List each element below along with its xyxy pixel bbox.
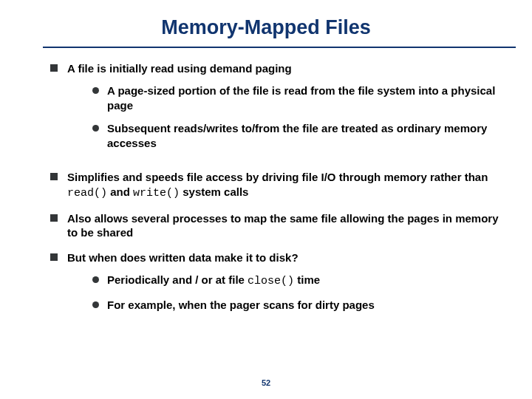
bullet-text: Periodically and / or at file close() ti… xyxy=(107,273,510,289)
text: system calls xyxy=(180,185,248,198)
circle-bullet-icon xyxy=(92,125,99,132)
page-number: 52 xyxy=(0,378,532,387)
bullet-text: Simplifies and speeds file access by dri… xyxy=(67,170,510,201)
bullet-text: Subsequent reads/writes to/from the file… xyxy=(107,121,510,151)
text: A file is initially read using demand pa… xyxy=(67,62,292,75)
bullet-level2: Subsequent reads/writes to/from the file… xyxy=(92,121,510,151)
text: But when does written data make it to di… xyxy=(67,251,299,264)
bullet-text: A page-sized portion of the file is read… xyxy=(107,83,510,113)
bullet-level1: Simplifies and speeds file access by dri… xyxy=(50,170,510,201)
code-read: read() xyxy=(67,187,107,200)
text: and xyxy=(107,185,133,198)
slide-content: A file is initially read using demand pa… xyxy=(0,48,532,321)
bullet-level2: A page-sized portion of the file is read… xyxy=(92,83,510,113)
square-bullet-icon xyxy=(50,173,58,180)
slide-title: Memory-Mapped Files xyxy=(0,0,532,47)
code-close: close() xyxy=(248,275,294,287)
bullet-level2: Periodically and / or at file close() ti… xyxy=(92,273,510,289)
circle-bullet-icon xyxy=(92,87,99,94)
circle-bullet-icon xyxy=(92,301,99,308)
bullet-text: A file is initially read using demand pa… xyxy=(67,61,510,160)
bullet-text: Also allows several processes to map the… xyxy=(67,211,510,241)
square-bullet-icon xyxy=(50,253,58,261)
text: time xyxy=(294,273,320,286)
text: Simplifies and speeds file access by dri… xyxy=(67,171,488,183)
square-bullet-icon xyxy=(50,64,58,72)
bullet-level1: A file is initially read using demand pa… xyxy=(50,61,510,160)
square-bullet-icon xyxy=(50,214,58,222)
bullet-level2: For example, when the pager scans for di… xyxy=(92,298,510,313)
bullet-level1: But when does written data make it to di… xyxy=(50,250,510,321)
text: Periodically and / or at file xyxy=(107,273,248,286)
code-write: write() xyxy=(133,187,180,200)
bullet-level1: Also allows several processes to map the… xyxy=(50,211,510,241)
bullet-text: But when does written data make it to di… xyxy=(67,250,510,321)
bullet-text: For example, when the pager scans for di… xyxy=(107,298,510,313)
slide: Memory-Mapped Files A file is initially … xyxy=(0,0,532,399)
circle-bullet-icon xyxy=(92,276,99,283)
